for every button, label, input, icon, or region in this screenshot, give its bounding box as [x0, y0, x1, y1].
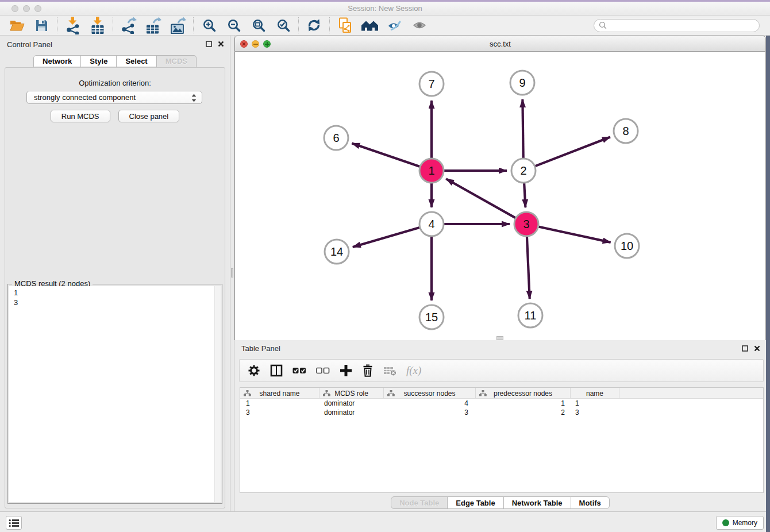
table-header-row: shared nameMCDS rolesuccessor nodesprede…: [240, 388, 763, 399]
splitter-handle-icon[interactable]: [231, 268, 233, 277]
float-panel-icon[interactable]: [742, 345, 748, 352]
svg-text:3: 3: [523, 218, 529, 230]
edge-3-10[interactable]: [537, 226, 611, 242]
show-column-button[interactable]: [270, 364, 283, 377]
tab-network[interactable]: Network: [33, 55, 81, 67]
table-row[interactable]: 3dominator323: [240, 408, 763, 417]
search-icon: [599, 21, 607, 29]
table-cell: dominator: [319, 399, 384, 408]
hide-selected-button[interactable]: [382, 16, 407, 34]
close-panel-button[interactable]: Close panel: [118, 110, 180, 122]
new-network-from-selection-button[interactable]: [333, 16, 357, 34]
edge-3-1[interactable]: [446, 179, 517, 218]
edge-2-9[interactable]: [522, 99, 523, 160]
tab-node-table[interactable]: Node Table: [391, 496, 448, 509]
desktop-edge-top: [0, 0, 770, 2]
zoom-fit-button[interactable]: [246, 16, 271, 34]
criterion-dropdown[interactable]: strongly connected component: [26, 91, 202, 104]
function-builder-button[interactable]: f(x): [406, 364, 421, 377]
column-header-MCDS-role[interactable]: MCDS role: [319, 388, 384, 399]
edge-1-6[interactable]: [352, 143, 421, 167]
edge-3-11[interactable]: [527, 235, 530, 299]
open-folder-icon: [9, 18, 25, 32]
add-column-button[interactable]: [340, 364, 352, 377]
float-panel-icon[interactable]: [206, 41, 212, 47]
import-network-button[interactable]: [60, 16, 85, 34]
trash-icon: [362, 364, 374, 377]
tab-mcds[interactable]: MCDS: [156, 55, 197, 67]
delete-column-button[interactable]: [362, 364, 374, 377]
node-15[interactable]: 15: [419, 305, 444, 329]
mcds-panel: Optimization criterion: strongly connect…: [5, 67, 225, 508]
mcds-result-box: MCDS result (2 nodes) 13: [7, 284, 222, 504]
node-6[interactable]: 6: [324, 126, 348, 150]
node-2[interactable]: 2: [511, 159, 536, 183]
tab-select[interactable]: Select: [116, 55, 156, 67]
toolbar-separator: [193, 17, 194, 33]
tab-network-table[interactable]: Network Table: [503, 496, 571, 509]
node-9[interactable]: 9: [510, 71, 534, 95]
close-panel-icon[interactable]: [754, 345, 760, 352]
zoom-out-button[interactable]: [221, 16, 246, 34]
edge-2-3[interactable]: [524, 182, 525, 207]
network-window-titlebar[interactable]: scc.txt: [234, 36, 766, 52]
import-table-icon: [90, 17, 105, 34]
zoom-in-button[interactable]: [197, 16, 221, 34]
edge-2-8[interactable]: [534, 137, 610, 167]
table-row[interactable]: 1dominator411: [240, 399, 763, 408]
column-header-predecessor-nodes[interactable]: predecessor nodes: [476, 388, 571, 399]
checked-boxes-icon: [292, 365, 306, 376]
save-session-button[interactable]: [29, 16, 54, 34]
node-11[interactable]: 11: [518, 303, 542, 327]
memory-button[interactable]: Memory: [716, 516, 764, 530]
select-all-columns-button[interactable]: [292, 365, 306, 376]
gear-icon: [248, 364, 260, 377]
column-header-name[interactable]: name: [571, 388, 619, 399]
delete-table-button[interactable]: [383, 365, 396, 376]
tab-style[interactable]: Style: [80, 55, 117, 67]
search-input[interactable]: [594, 19, 760, 32]
panel-splitter[interactable]: [230, 36, 234, 511]
table-toolbar: f(x): [239, 359, 764, 382]
home-icon: [361, 19, 379, 32]
node-10[interactable]: 10: [615, 234, 639, 258]
table-panel: Table Panel: [234, 340, 766, 511]
canvas-splitter-handle[interactable]: [496, 336, 503, 340]
show-hidden-button[interactable]: [407, 16, 432, 34]
result-scrollbar[interactable]: [214, 286, 221, 502]
tab-edge-table[interactable]: Edge Table: [447, 496, 503, 509]
network-canvas[interactable]: 7968124314101511: [234, 52, 766, 340]
task-history-button[interactable]: [6, 516, 22, 530]
node-1[interactable]: 1: [419, 159, 444, 183]
node-3[interactable]: 3: [514, 212, 538, 236]
close-panel-icon[interactable]: [218, 41, 224, 47]
window-titlebar: Session: New Session: [0, 2, 770, 16]
export-image-button[interactable]: [165, 16, 190, 34]
export-table-button[interactable]: [141, 16, 165, 34]
control-panel-title: Control Panel: [7, 40, 52, 49]
home-button[interactable]: [357, 16, 382, 34]
import-network-icon: [66, 17, 80, 34]
import-table-button[interactable]: [85, 16, 110, 34]
tab-motifs[interactable]: Motifs: [571, 496, 610, 509]
node-8[interactable]: 8: [614, 119, 638, 143]
run-mcds-button[interactable]: Run MCDS: [51, 110, 110, 122]
deselect-all-columns-button[interactable]: [316, 365, 330, 376]
show-eye-icon: [413, 20, 426, 30]
export-table-icon: [145, 17, 161, 34]
open-session-button[interactable]: [5, 16, 29, 34]
node-4[interactable]: 4: [419, 212, 444, 236]
node-7[interactable]: 7: [419, 72, 444, 96]
export-network-button[interactable]: [116, 16, 141, 34]
edge-4-14[interactable]: [353, 227, 421, 247]
column-header-successor-nodes[interactable]: successor nodes: [384, 388, 476, 399]
window-title: Session: New Session: [0, 4, 770, 13]
main-toolbar: [0, 16, 770, 36]
refresh-button[interactable]: [302, 16, 326, 34]
column-header-shared-name[interactable]: shared name: [240, 388, 319, 399]
mcds-result-area[interactable]: 13: [9, 286, 221, 502]
node-14[interactable]: 14: [325, 240, 349, 264]
node-table: shared nameMCDS rolesuccessor nodesprede…: [240, 387, 764, 493]
zoom-selected-button[interactable]: [271, 16, 295, 34]
table-settings-button[interactable]: [248, 364, 260, 377]
